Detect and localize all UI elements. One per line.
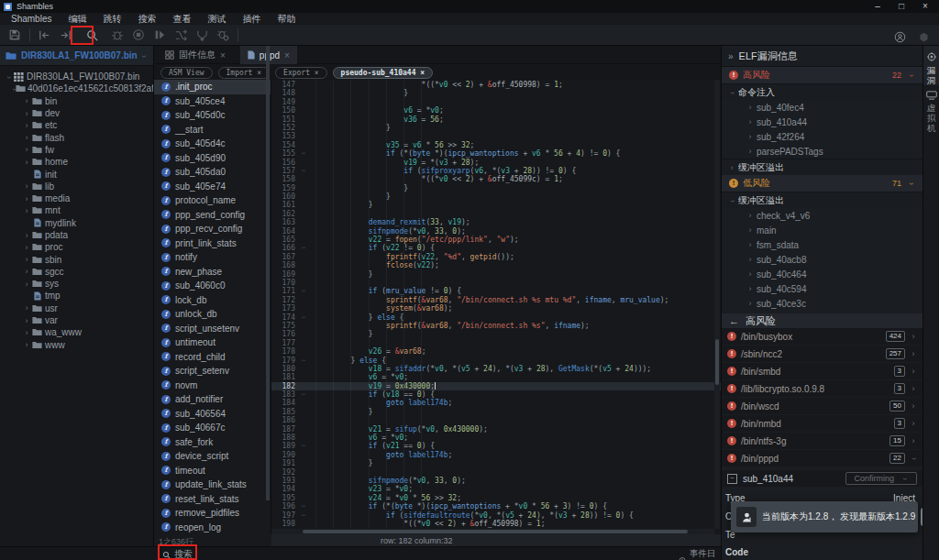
code-line-173[interactable]: 173 system(&var68);	[271, 304, 721, 313]
chip-Import[interactable]: Import ×	[218, 67, 271, 79]
binary-row-/bin/pppd[interactable]: !/bin/pppd22›	[722, 450, 922, 467]
code-line-190[interactable]: 190 goto label174b;	[271, 451, 721, 459]
fold-marker-icon[interactable]: –	[297, 149, 310, 158]
vuln-item-sub_40c464[interactable]: ›sub_40c464	[722, 267, 922, 281]
tree-node-40d016e1ec415621c50813f2afa273b2[interactable]: ›40d016e1ec415621c50813f2afa273b2	[0, 82, 153, 94]
code-line-156[interactable]: 156 v19 = *(v3 + 28);	[271, 159, 721, 167]
fold-marker-icon[interactable]: –	[297, 167, 310, 175]
binary-row-/bin/nmbd[interactable]: !/bin/nmbd3›	[722, 415, 922, 432]
jump-forward-button[interactable]	[57, 27, 73, 43]
vuln-item-sub_410a44[interactable]: ›sub_410a44	[722, 115, 922, 129]
code-line-183[interactable]: 183– if (v18 == 0) {	[271, 390, 721, 399]
function-item-.init_proc[interactable]: f.init_proc	[154, 80, 271, 94]
code-line-149[interactable]: 149	[271, 98, 721, 106]
step-button[interactable]	[151, 27, 168, 43]
vuln-item-check_v4_v6[interactable]: ›check_v4_v6	[722, 208, 922, 223]
binary-row-/bin/busybox[interactable]: !/bin/busybox424›	[722, 328, 922, 345]
code-line-152[interactable]: 152 }	[271, 124, 721, 132]
vuln-item-parsePADSTags[interactable]: ›parsePADSTags	[722, 144, 922, 159]
code-line-155[interactable]: 155– if (*(byte *)(ipcp_wantoptions + v6…	[271, 149, 721, 158]
function-search-control[interactable]: 搜索	[162, 548, 193, 560]
chevron-right-icon[interactable]: ›	[22, 145, 31, 154]
code-line-147[interactable]: 147 *((*v0 << 2) + &off_450998) = 1;	[271, 81, 721, 89]
code-line-176[interactable]: 176 }	[271, 330, 721, 338]
chevron-down-icon[interactable]: ›	[5, 72, 14, 82]
tree-node-bin[interactable]: ›bin	[0, 95, 153, 107]
menu-item-测试[interactable]: 测试	[199, 13, 234, 25]
menu-item-Shambles[interactable]: Shambles	[3, 13, 60, 25]
chevron-right-icon[interactable]: ›	[910, 384, 917, 393]
chevron-right-icon[interactable]: ›	[22, 243, 31, 252]
back-to-high-risk[interactable]: ← 高风险	[722, 313, 922, 328]
tree-node-www[interactable]: ›www	[0, 339, 153, 351]
binary-row-/lib/libcrypto.so.0.9.8[interactable]: !/lib/libcrypto.so.0.9.83›	[722, 380, 922, 397]
code-line-197[interactable]: 197– if (sifdefaultroute(*v0, *(v5 + 24)…	[271, 511, 721, 520]
chevron-right-icon[interactable]: ›	[22, 303, 31, 313]
chevron-right-icon[interactable]: ›	[22, 158, 31, 167]
chevron-down-icon[interactable]: ›	[10, 88, 19, 91]
function-item-novm[interactable]: fnovm	[154, 379, 271, 393]
code-line-192[interactable]: 192	[271, 468, 721, 477]
function-item-notify[interactable]: fnotify	[154, 250, 271, 265]
save-button[interactable]	[6, 27, 23, 43]
function-item-timeout[interactable]: ftimeout	[154, 464, 271, 478]
chevron-right-icon[interactable]: ›	[22, 231, 31, 240]
code-line-157[interactable]: 157– if (sifproxyarp(v6, *(v3 + 28)) != …	[271, 167, 721, 175]
tree-node-mnt[interactable]: ›mnt	[0, 204, 153, 216]
vuln-item-sub_40c594[interactable]: ›sub_40c594	[722, 281, 922, 296]
tree-node-lib[interactable]: ›lib	[0, 181, 153, 192]
function-item-lock_db[interactable]: flock_db	[154, 293, 271, 308]
chevron-right-icon[interactable]: ›	[22, 340, 31, 349]
code-line-191[interactable]: 191 }	[271, 459, 721, 467]
function-item-sub_405d4c[interactable]: fsub_405d4c	[154, 137, 271, 151]
code-line-158[interactable]: 158 *((*v0 << 2) + &off_45099c) = 1;	[271, 175, 721, 183]
function-item-record_child[interactable]: frecord_child	[154, 350, 271, 365]
collapse-icon[interactable]: −	[727, 474, 737, 484]
code-line-175[interactable]: 175 sprintf(&var68, "/bin/connect.sh %s"…	[271, 322, 721, 330]
search-button[interactable]	[83, 27, 100, 43]
function-item-untimeout[interactable]: funtimeout	[154, 335, 271, 350]
chip-pseudo-sub_410a44[interactable]: pseudo-sub_410a44 ×	[333, 67, 434, 79]
tree-node-home[interactable]: ›home	[0, 156, 153, 168]
code-line-167[interactable]: 167 fprintf(v22, "%d", getpid());	[271, 253, 721, 261]
tab-固件信息[interactable]: 固件信息×	[158, 46, 233, 64]
chevron-right-icon[interactable]: ›	[22, 133, 31, 142]
code-line-182[interactable]: 182 v19 = 0x430000;	[271, 382, 721, 390]
chevron-right-icon[interactable]: ›	[22, 267, 31, 276]
function-item-reset_link_stats[interactable]: freset_link_stats	[154, 492, 271, 507]
function-item-print_link_stats[interactable]: fprint_link_stats	[154, 236, 271, 251]
function-item-reopen_log[interactable]: freopen_log	[154, 521, 271, 535]
code-line-166[interactable]: 166– if (v22 != 0) {	[271, 244, 721, 252]
menu-item-跳转[interactable]: 跳转	[94, 13, 129, 25]
chevron-right-icon[interactable]: ›	[22, 194, 31, 203]
fold-marker-icon[interactable]: –	[297, 244, 310, 252]
minimize-button[interactable]: –	[866, 0, 889, 13]
function-item-unlock_db[interactable]: funlock_db	[154, 307, 271, 322]
function-item-sub_40667c[interactable]: fsub_40667c	[154, 421, 271, 435]
menu-item-查看[interactable]: 查看	[164, 13, 199, 25]
chevron-right-icon[interactable]: ›	[910, 436, 917, 445]
tree-node-dev[interactable]: ›dev	[0, 107, 153, 119]
code-line-165[interactable]: 165 v22 = fopen("/etc/ppp/link", "w");	[271, 236, 721, 244]
activity-tab-虚拟机[interactable]: 虚拟机	[923, 85, 939, 133]
merge-graph-button[interactable]	[193, 27, 210, 43]
firmware-selector[interactable]: DIR830LA1_FW100B07.bin ›	[0, 46, 153, 66]
function-item-ppp_send_config[interactable]: fppp_send_config	[154, 208, 271, 223]
chevron-right-icon[interactable]: ›	[22, 280, 31, 289]
code-line-153[interactable]: 153	[271, 132, 721, 140]
upgrade-button[interactable]: 升级	[921, 508, 922, 526]
vuln-item-sub_40acb8[interactable]: ›sub_40acb8	[722, 252, 922, 267]
risk-header-低风险[interactable]: !低风险71›	[722, 175, 922, 192]
fold-marker-icon[interactable]: –	[297, 390, 310, 399]
code-line-184[interactable]: 184 goto label174b;	[271, 399, 721, 407]
maximize-button[interactable]: □	[889, 0, 913, 13]
chevron-down-icon[interactable]: ›	[910, 456, 919, 463]
code-line-159[interactable]: 159 }	[271, 184, 721, 192]
tree-node-proc[interactable]: ›proc	[0, 241, 153, 253]
binary-row-/bin/smbd[interactable]: !/bin/smbd3›	[722, 363, 922, 379]
chevron-right-icon[interactable]: ›	[22, 206, 31, 215]
function-item-update_link_stats[interactable]: fupdate_link_stats	[154, 478, 271, 492]
chevron-right-icon[interactable]: ›	[910, 401, 917, 411]
code-line-189[interactable]: 189– if (v21 == 0) {	[271, 442, 721, 450]
binary-row-/bin/ntfs-3g[interactable]: !/bin/ntfs-3g15›	[722, 433, 922, 449]
